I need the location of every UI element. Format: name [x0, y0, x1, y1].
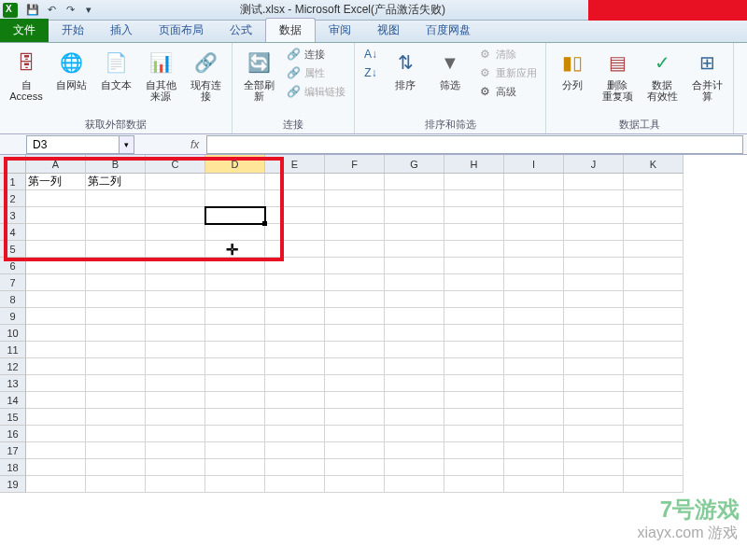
cell-H4[interactable]: [444, 224, 504, 241]
cell-A3[interactable]: [26, 207, 86, 224]
cell-C13[interactable]: [146, 375, 205, 392]
cell-I11[interactable]: [504, 342, 564, 358]
cell-B11[interactable]: [86, 342, 146, 358]
cell-J7[interactable]: [564, 274, 624, 291]
cell-G9[interactable]: [385, 308, 444, 325]
cell-B15[interactable]: [86, 409, 146, 426]
row-header-10[interactable]: 10: [0, 325, 26, 342]
分列-button[interactable]: ▮▯分列: [552, 46, 593, 92]
cell-K3[interactable]: [624, 207, 684, 224]
cell-J19[interactable]: [564, 476, 624, 493]
cell-F15[interactable]: [325, 409, 385, 426]
cell-K13[interactable]: [624, 375, 684, 392]
col-header-E[interactable]: E: [265, 155, 325, 174]
cell-K7[interactable]: [624, 274, 684, 291]
cell-B17[interactable]: [86, 442, 146, 459]
cell-D7[interactable]: [205, 274, 265, 291]
cell-K19[interactable]: [624, 476, 684, 493]
tab-file[interactable]: 文件: [0, 19, 49, 42]
col-header-A[interactable]: A: [26, 155, 86, 174]
cell-K15[interactable]: [624, 409, 684, 426]
row-header-9[interactable]: 9: [0, 308, 26, 325]
cell-A17[interactable]: [26, 442, 86, 459]
cell-D15[interactable]: [205, 409, 265, 426]
cell-J5[interactable]: [564, 241, 624, 258]
自网站-button[interactable]: 🌐自网站: [50, 46, 92, 92]
cell-D2[interactable]: [205, 190, 265, 207]
cell-H12[interactable]: [444, 358, 504, 375]
tab-公式[interactable]: 公式: [217, 19, 265, 42]
cell-F13[interactable]: [325, 375, 385, 392]
cell-G18[interactable]: [385, 459, 444, 476]
cell-J3[interactable]: [564, 207, 624, 224]
cell-D16[interactable]: [205, 426, 265, 442]
cell-A15[interactable]: [26, 409, 86, 426]
cell-C5[interactable]: [146, 241, 205, 258]
cell-A13[interactable]: [26, 375, 86, 392]
cell-B12[interactable]: [86, 358, 146, 375]
cell-B3[interactable]: [86, 207, 146, 224]
cell-B18[interactable]: [86, 459, 146, 476]
cell-I19[interactable]: [504, 476, 564, 493]
现有连接-button[interactable]: 🔗现有连接: [185, 46, 226, 104]
cell-D4[interactable]: [205, 224, 265, 241]
tab-数据[interactable]: 数据: [265, 18, 316, 42]
cell-C1[interactable]: [146, 174, 205, 190]
row-header-2[interactable]: 2: [0, 190, 26, 207]
row-header-16[interactable]: 16: [0, 426, 26, 442]
cell-A1[interactable]: 第一列: [26, 174, 86, 190]
cell-F4[interactable]: [325, 224, 385, 241]
cell-B19[interactable]: [86, 476, 146, 493]
cell-J11[interactable]: [564, 342, 624, 358]
cell-J15[interactable]: [564, 409, 624, 426]
cell-I12[interactable]: [504, 358, 564, 375]
cell-E14[interactable]: [265, 392, 325, 409]
cell-E6[interactable]: [265, 258, 325, 274]
cell-G14[interactable]: [385, 392, 444, 409]
cell-K11[interactable]: [624, 342, 684, 358]
cell-D3[interactable]: [205, 207, 265, 224]
cell-D6[interactable]: [205, 258, 265, 274]
row-header-13[interactable]: 13: [0, 375, 26, 392]
cell-E7[interactable]: [265, 274, 325, 291]
cell-G8[interactable]: [385, 291, 444, 308]
cell-H7[interactable]: [444, 274, 504, 291]
formula-input[interactable]: [206, 135, 743, 154]
cell-D12[interactable]: [205, 358, 265, 375]
自其他来源-button[interactable]: 📊自其他来源: [140, 46, 181, 104]
name-box-dropdown[interactable]: ▾: [120, 135, 134, 154]
cell-B5[interactable]: [86, 241, 146, 258]
cell-I14[interactable]: [504, 392, 564, 409]
cell-A9[interactable]: [26, 308, 86, 325]
cell-G10[interactable]: [385, 325, 444, 342]
cell-F1[interactable]: [325, 174, 385, 190]
cell-H8[interactable]: [444, 291, 504, 308]
cell-E5[interactable]: [265, 241, 325, 258]
row-header-3[interactable]: 3: [0, 207, 26, 224]
cell-G11[interactable]: [385, 342, 444, 358]
cell-J16[interactable]: [564, 426, 624, 442]
cell-G13[interactable]: [385, 375, 444, 392]
row-header-12[interactable]: 12: [0, 358, 26, 375]
cell-K10[interactable]: [624, 325, 684, 342]
col-header-K[interactable]: K: [624, 155, 684, 174]
cell-G1[interactable]: [385, 174, 444, 190]
cell-H10[interactable]: [444, 325, 504, 342]
cell-B6[interactable]: [86, 258, 146, 274]
cell-J10[interactable]: [564, 325, 624, 342]
cell-E4[interactable]: [265, 224, 325, 241]
cell-I16[interactable]: [504, 426, 564, 442]
删除重复项-button[interactable]: ▤删除重复项: [597, 46, 638, 104]
cell-J1[interactable]: [564, 174, 624, 190]
row-header-11[interactable]: 11: [0, 342, 26, 358]
refresh-all-button[interactable]: 🔄 全部刷新: [238, 46, 279, 104]
cell-I15[interactable]: [504, 409, 564, 426]
cell-F3[interactable]: [325, 207, 385, 224]
cell-K12[interactable]: [624, 358, 684, 375]
cell-H1[interactable]: [444, 174, 504, 190]
连接-button[interactable]: 🔗连接: [283, 46, 348, 63]
cell-E17[interactable]: [265, 442, 325, 459]
cell-D1[interactable]: [205, 174, 265, 190]
cell-K1[interactable]: [624, 174, 684, 190]
cell-I7[interactable]: [504, 274, 564, 291]
